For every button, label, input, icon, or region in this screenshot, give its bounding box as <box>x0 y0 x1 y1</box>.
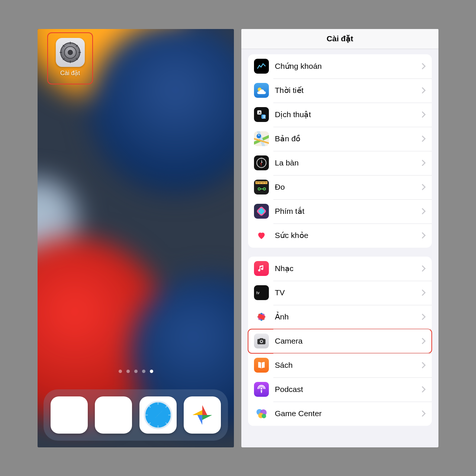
page-indicator[interactable] <box>38 370 234 373</box>
settings-row-health[interactable]: Sức khỏe <box>248 223 432 248</box>
settings-row-label: Sách <box>275 361 421 370</box>
gear-icon <box>56 38 85 67</box>
svg-text:N: N <box>261 157 262 159</box>
chevron-right-icon <box>421 160 426 166</box>
settings-group-apps-2: Nhạc tv TV Ảnh Camera <box>248 257 432 426</box>
chevron-right-icon <box>421 386 426 393</box>
settings-row-label: Đo <box>275 183 421 192</box>
measure-icon <box>254 180 269 194</box>
chevron-right-icon <box>421 265 426 272</box>
svg-point-57 <box>260 387 262 389</box>
chevron-right-icon <box>421 362 426 369</box>
settings-scroll[interactable]: Chứng khoán Thời tiết A文 Dịch thuật Bản … <box>241 49 438 447</box>
app-icon-label: Cài đặt <box>60 70 80 77</box>
settings-group-apps-1: Chứng khoán Thời tiết A文 Dịch thuật Bản … <box>248 54 432 248</box>
photos-icon <box>254 309 269 324</box>
settings-row-weather[interactable]: Thời tiết <box>248 78 432 103</box>
chevron-right-icon <box>421 184 426 190</box>
settings-row-label: Dịch thuật <box>275 110 421 119</box>
dock <box>44 389 228 441</box>
settings-row-music[interactable]: Nhạc <box>248 257 432 281</box>
svg-text:tv: tv <box>256 291 260 295</box>
shortcuts-icon <box>254 204 269 219</box>
settings-row-label: Game Center <box>275 409 421 418</box>
settings-row-photos[interactable]: Ảnh <box>248 305 432 329</box>
settings-row-label: Thời tiết <box>275 86 421 95</box>
settings-row-gamecenter[interactable]: Game Center <box>248 402 432 426</box>
chevron-right-icon <box>421 63 426 70</box>
settings-screen: Cài đặt Chứng khoán Thời tiết A文 Dịch th… <box>241 29 438 447</box>
settings-row-podcast[interactable]: Podcast <box>248 377 432 402</box>
settings-row-books[interactable]: Sách <box>248 353 432 377</box>
chevron-right-icon <box>421 410 426 417</box>
settings-row-label: Sức khỏe <box>275 231 421 240</box>
settings-row-tv[interactable]: tv TV <box>248 281 432 305</box>
settings-row-compass[interactable]: N La bàn <box>248 151 432 175</box>
settings-row-shortcuts[interactable]: Phím tắt <box>248 199 432 223</box>
weather-icon <box>254 83 269 98</box>
translate-icon: A文 <box>254 107 269 122</box>
chevron-right-icon <box>421 338 426 344</box>
settings-row-maps[interactable]: Bản đồ <box>248 127 432 151</box>
maps-icon <box>254 131 269 146</box>
compass-icon: N <box>254 155 269 170</box>
settings-row-camera[interactable]: Camera <box>248 329 432 353</box>
svg-point-55 <box>261 341 263 342</box>
settings-row-label: Bản đồ <box>275 134 421 143</box>
chevron-right-icon <box>421 232 426 239</box>
settings-row-label: Ảnh <box>275 312 421 321</box>
home-screen: Cài đặt <box>38 29 234 447</box>
gamecenter-icon <box>254 406 269 421</box>
podcast-icon <box>254 382 269 397</box>
settings-row-label: Podcast <box>275 385 421 394</box>
chevron-right-icon <box>421 313 426 320</box>
settings-row-label: Phím tắt <box>275 207 421 216</box>
camera-icon <box>254 334 269 348</box>
settings-row-translate[interactable]: A文 Dịch thuật <box>248 103 432 127</box>
svg-text:文: 文 <box>262 115 266 119</box>
page-title: Cài đặt <box>241 29 438 49</box>
chevron-right-icon <box>421 208 426 215</box>
stocks-icon <box>254 59 269 74</box>
settings-row-label: Nhạc <box>275 264 421 273</box>
health-icon <box>254 228 269 243</box>
app-icon-settings[interactable]: Cài đặt <box>47 32 93 84</box>
dock-app-safari[interactable] <box>139 396 177 434</box>
settings-row-label: Camera <box>275 337 421 345</box>
settings-row-label: Chứng khoán <box>275 62 421 71</box>
books-icon <box>254 358 269 373</box>
dock-app-photos[interactable] <box>184 396 221 434</box>
chevron-right-icon <box>421 87 426 94</box>
wallpaper <box>38 29 234 447</box>
settings-row-stocks[interactable]: Chứng khoán <box>248 54 432 78</box>
music-icon <box>254 261 269 276</box>
chevron-right-icon <box>421 135 426 142</box>
settings-row-label: TV <box>275 288 421 297</box>
settings-row-measure[interactable]: Đo <box>248 175 432 199</box>
settings-row-label: La bàn <box>275 158 421 167</box>
dock-app-messages[interactable] <box>95 396 132 434</box>
svg-point-61 <box>262 414 266 418</box>
dock-app-phone[interactable] <box>51 396 88 434</box>
svg-point-3 <box>68 50 72 54</box>
svg-text:A: A <box>258 111 261 115</box>
tv-icon: tv <box>254 285 269 300</box>
chevron-right-icon <box>421 111 426 118</box>
chevron-right-icon <box>421 289 426 296</box>
